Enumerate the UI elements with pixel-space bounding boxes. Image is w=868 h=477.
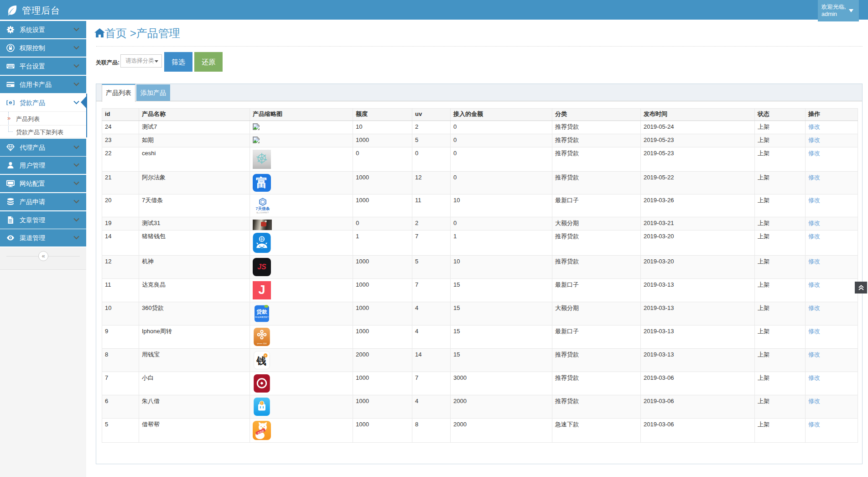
svg-text:7天借条: 7天借条 bbox=[256, 206, 270, 211]
svg-text:¥: ¥ bbox=[265, 354, 266, 357]
svg-text:360金融集团旗下: 360金融集团旗下 bbox=[255, 316, 269, 318]
svg-text:贷款: 贷款 bbox=[256, 309, 267, 315]
svg-text:Iphone 周转: Iphone 周转 bbox=[257, 342, 267, 345]
svg-text:线上生活即刻享: 线上生活即刻享 bbox=[256, 211, 269, 214]
